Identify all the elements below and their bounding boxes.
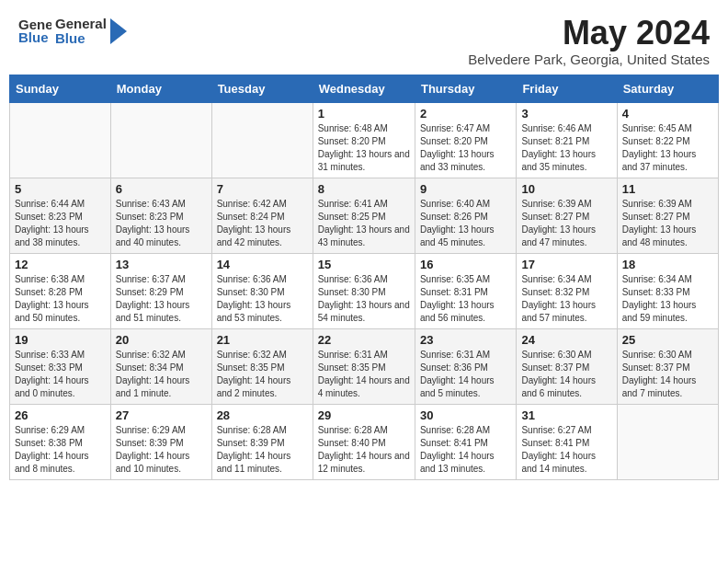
day-number: 4 bbox=[622, 107, 713, 121]
day-number: 8 bbox=[318, 182, 410, 196]
day-number: 14 bbox=[217, 258, 308, 271]
day-number: 2 bbox=[420, 107, 511, 121]
logo-blue: Blue bbox=[55, 31, 107, 47]
calendar-body: 1Sunrise: 6:48 AM Sunset: 8:20 PM Daylig… bbox=[10, 102, 719, 479]
day-info: Sunrise: 6:33 AM Sunset: 8:33 PM Dayligh… bbox=[15, 349, 106, 400]
day-number: 17 bbox=[521, 258, 611, 271]
calendar-cell: 25Sunrise: 6:30 AM Sunset: 8:37 PM Dayli… bbox=[617, 328, 718, 404]
page-header: General Blue General Blue May 2024 Belve… bbox=[0, 0, 728, 75]
day-info: Sunrise: 6:31 AM Sunset: 8:35 PM Dayligh… bbox=[318, 349, 410, 400]
calendar-cell: 11Sunrise: 6:39 AM Sunset: 8:27 PM Dayli… bbox=[617, 178, 718, 253]
day-info: Sunrise: 6:38 AM Sunset: 8:28 PM Dayligh… bbox=[15, 273, 106, 325]
svg-text:Blue: Blue bbox=[18, 29, 49, 45]
day-number: 12 bbox=[15, 258, 106, 271]
calendar-cell: 3Sunrise: 6:46 AM Sunset: 8:21 PM Daylig… bbox=[517, 102, 617, 178]
calendar-header-row: Sunday Monday Tuesday Wednesday Thursday… bbox=[10, 75, 719, 102]
logo-general: General bbox=[55, 17, 107, 32]
logo: General Blue General Blue bbox=[18, 15, 136, 48]
title-area: May 2024 Belvedere Park, Georgia, United… bbox=[468, 15, 710, 67]
calendar-cell: 30Sunrise: 6:28 AM Sunset: 8:41 PM Dayli… bbox=[415, 404, 516, 479]
calendar-cell bbox=[110, 102, 211, 178]
day-number: 30 bbox=[420, 408, 511, 422]
day-info: Sunrise: 6:30 AM Sunset: 8:37 PM Dayligh… bbox=[521, 349, 611, 400]
calendar-cell: 21Sunrise: 6:32 AM Sunset: 8:35 PM Dayli… bbox=[211, 328, 313, 404]
col-friday: Friday bbox=[517, 75, 617, 102]
day-info: Sunrise: 6:42 AM Sunset: 8:24 PM Dayligh… bbox=[217, 198, 308, 249]
calendar-cell: 24Sunrise: 6:30 AM Sunset: 8:37 PM Dayli… bbox=[517, 328, 617, 404]
day-info: Sunrise: 6:40 AM Sunset: 8:26 PM Dayligh… bbox=[420, 198, 511, 249]
day-info: Sunrise: 6:48 AM Sunset: 8:20 PM Dayligh… bbox=[318, 122, 410, 174]
day-info: Sunrise: 6:27 AM Sunset: 8:41 PM Dayligh… bbox=[521, 424, 611, 476]
calendar-cell: 26Sunrise: 6:29 AM Sunset: 8:38 PM Dayli… bbox=[10, 404, 111, 479]
calendar-cell: 7Sunrise: 6:42 AM Sunset: 8:24 PM Daylig… bbox=[211, 178, 313, 253]
calendar-cell: 31Sunrise: 6:27 AM Sunset: 8:41 PM Dayli… bbox=[517, 404, 617, 479]
calendar-cell: 15Sunrise: 6:36 AM Sunset: 8:30 PM Dayli… bbox=[313, 253, 415, 328]
calendar-cell: 1Sunrise: 6:48 AM Sunset: 8:20 PM Daylig… bbox=[313, 102, 415, 178]
day-info: Sunrise: 6:39 AM Sunset: 8:27 PM Dayligh… bbox=[521, 198, 611, 249]
day-info: Sunrise: 6:30 AM Sunset: 8:37 PM Dayligh… bbox=[622, 349, 713, 400]
day-number: 20 bbox=[116, 333, 207, 347]
day-number: 29 bbox=[318, 408, 410, 422]
logo-icon: General Blue bbox=[18, 15, 51, 48]
logo-chevron-icon bbox=[110, 18, 136, 44]
day-info: Sunrise: 6:44 AM Sunset: 8:23 PM Dayligh… bbox=[15, 198, 106, 249]
week-row-5: 26Sunrise: 6:29 AM Sunset: 8:38 PM Dayli… bbox=[10, 404, 719, 479]
day-number: 19 bbox=[15, 333, 106, 347]
day-info: Sunrise: 6:47 AM Sunset: 8:20 PM Dayligh… bbox=[420, 122, 511, 174]
day-number: 9 bbox=[420, 182, 511, 196]
calendar-cell: 29Sunrise: 6:28 AM Sunset: 8:40 PM Dayli… bbox=[313, 404, 415, 479]
calendar-wrapper: Sunday Monday Tuesday Wednesday Thursday… bbox=[0, 75, 728, 489]
calendar-cell: 18Sunrise: 6:34 AM Sunset: 8:33 PM Dayli… bbox=[617, 253, 718, 328]
day-number: 28 bbox=[217, 408, 308, 422]
day-info: Sunrise: 6:43 AM Sunset: 8:23 PM Dayligh… bbox=[116, 198, 207, 249]
calendar-cell: 8Sunrise: 6:41 AM Sunset: 8:25 PM Daylig… bbox=[313, 178, 415, 253]
day-info: Sunrise: 6:35 AM Sunset: 8:31 PM Dayligh… bbox=[420, 273, 511, 325]
day-number: 6 bbox=[116, 182, 207, 196]
col-thursday: Thursday bbox=[415, 75, 516, 102]
day-info: Sunrise: 6:31 AM Sunset: 8:36 PM Dayligh… bbox=[420, 349, 511, 400]
day-info: Sunrise: 6:32 AM Sunset: 8:35 PM Dayligh… bbox=[217, 349, 308, 400]
day-info: Sunrise: 6:34 AM Sunset: 8:33 PM Dayligh… bbox=[622, 273, 713, 325]
day-info: Sunrise: 6:45 AM Sunset: 8:22 PM Dayligh… bbox=[622, 122, 713, 174]
calendar-cell: 13Sunrise: 6:37 AM Sunset: 8:29 PM Dayli… bbox=[110, 253, 211, 328]
calendar-cell bbox=[211, 102, 313, 178]
day-number: 25 bbox=[622, 333, 713, 347]
calendar-cell: 5Sunrise: 6:44 AM Sunset: 8:23 PM Daylig… bbox=[10, 178, 111, 253]
day-info: Sunrise: 6:36 AM Sunset: 8:30 PM Dayligh… bbox=[318, 273, 410, 325]
day-info: Sunrise: 6:28 AM Sunset: 8:41 PM Dayligh… bbox=[420, 424, 511, 476]
day-info: Sunrise: 6:41 AM Sunset: 8:25 PM Dayligh… bbox=[318, 198, 410, 249]
day-info: Sunrise: 6:46 AM Sunset: 8:21 PM Dayligh… bbox=[521, 122, 611, 174]
svg-marker-2 bbox=[110, 18, 127, 44]
day-number: 16 bbox=[420, 258, 511, 271]
col-monday: Monday bbox=[110, 75, 211, 102]
calendar-cell: 22Sunrise: 6:31 AM Sunset: 8:35 PM Dayli… bbox=[313, 328, 415, 404]
day-number: 7 bbox=[217, 182, 308, 196]
day-number: 23 bbox=[420, 333, 511, 347]
day-number: 18 bbox=[622, 258, 713, 271]
col-wednesday: Wednesday bbox=[313, 75, 415, 102]
calendar-cell: 14Sunrise: 6:36 AM Sunset: 8:30 PM Dayli… bbox=[211, 253, 313, 328]
day-info: Sunrise: 6:29 AM Sunset: 8:39 PM Dayligh… bbox=[116, 424, 207, 476]
day-number: 10 bbox=[521, 182, 611, 196]
week-row-4: 19Sunrise: 6:33 AM Sunset: 8:33 PM Dayli… bbox=[10, 328, 719, 404]
day-info: Sunrise: 6:34 AM Sunset: 8:32 PM Dayligh… bbox=[521, 273, 611, 325]
calendar-cell: 17Sunrise: 6:34 AM Sunset: 8:32 PM Dayli… bbox=[517, 253, 617, 328]
day-info: Sunrise: 6:28 AM Sunset: 8:39 PM Dayligh… bbox=[217, 424, 308, 476]
calendar-cell: 4Sunrise: 6:45 AM Sunset: 8:22 PM Daylig… bbox=[617, 102, 718, 178]
calendar-cell bbox=[617, 404, 718, 479]
calendar-cell: 20Sunrise: 6:32 AM Sunset: 8:34 PM Dayli… bbox=[110, 328, 211, 404]
day-number: 24 bbox=[521, 333, 611, 347]
day-info: Sunrise: 6:37 AM Sunset: 8:29 PM Dayligh… bbox=[116, 273, 207, 325]
calendar-cell bbox=[10, 102, 111, 178]
calendar-cell: 6Sunrise: 6:43 AM Sunset: 8:23 PM Daylig… bbox=[110, 178, 211, 253]
col-saturday: Saturday bbox=[617, 75, 718, 102]
calendar-table: Sunday Monday Tuesday Wednesday Thursday… bbox=[9, 75, 719, 480]
month-title: May 2024 bbox=[468, 15, 710, 52]
day-number: 22 bbox=[318, 333, 410, 347]
day-number: 3 bbox=[521, 107, 611, 121]
day-info: Sunrise: 6:39 AM Sunset: 8:27 PM Dayligh… bbox=[622, 198, 713, 249]
day-number: 15 bbox=[318, 258, 410, 271]
calendar-cell: 9Sunrise: 6:40 AM Sunset: 8:26 PM Daylig… bbox=[415, 178, 516, 253]
day-info: Sunrise: 6:36 AM Sunset: 8:30 PM Dayligh… bbox=[217, 273, 308, 325]
col-tuesday: Tuesday bbox=[211, 75, 313, 102]
